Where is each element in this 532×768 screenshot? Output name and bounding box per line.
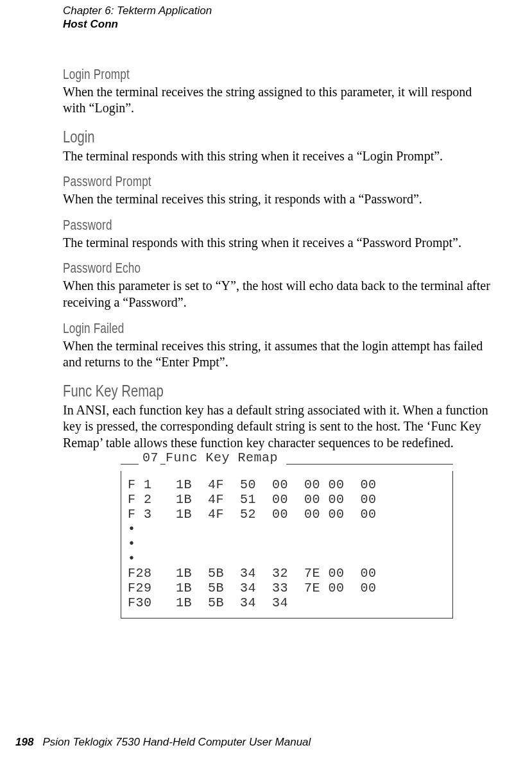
table-row: • <box>128 536 446 551</box>
heading-password-echo: Password Echo <box>63 260 401 277</box>
table-row: F 3 1B 4F 52 00 00 00 00 <box>128 507 446 522</box>
heading-login-failed: Login Failed <box>63 320 401 337</box>
table-row: F28 1B 5B 34 32 7E 00 00 <box>128 566 446 581</box>
page-footer: 198Psion Teklogix 7530 Hand-Held Compute… <box>0 736 532 749</box>
text-login-prompt: When the terminal receives the string as… <box>63 84 496 117</box>
heading-login: Login <box>63 127 401 147</box>
table-row: F 2 1B 4F 51 00 00 00 00 <box>128 492 446 507</box>
page-header: Chapter 6: Tekterm Application Host Conn <box>63 0 496 31</box>
codebox-title: Func Key Remap <box>164 450 280 465</box>
heading-func-key-remap: Func Key Remap <box>63 381 401 401</box>
table-row: F30 1B 5B 34 34 <box>128 595 446 610</box>
text-password-echo: When this parameter is set to “Y”, the h… <box>63 278 496 311</box>
section-title: Host Conn <box>63 17 496 31</box>
heading-password: Password <box>63 217 401 234</box>
chapter-title: Chapter 6: Tekterm Application <box>63 4 496 17</box>
text-login-failed: When the terminal receives this string, … <box>63 338 496 371</box>
footer-text: Psion Teklogix 7530 Hand-Held Computer U… <box>42 736 311 748</box>
page-number: 198 <box>15 736 33 748</box>
func-key-remap-box: 07 Func Key Remap F 1 1B 4F 50 00 00 00 … <box>121 458 453 619</box>
text-password: The terminal responds with this string w… <box>63 235 496 252</box>
table-row: • <box>128 551 446 566</box>
table-row: • <box>128 522 446 536</box>
text-password-prompt: When the terminal receives this string, … <box>63 191 496 208</box>
text-func-key-remap: In ANSI, each function key has a default… <box>63 402 496 452</box>
heading-login-prompt: Login Prompt <box>63 66 401 83</box>
page-content: Login Prompt When the terminal receives … <box>63 31 496 619</box>
heading-password-prompt: Password Prompt <box>63 173 401 190</box>
codebox-number: 07 <box>141 450 160 465</box>
text-login: The terminal responds with this string w… <box>63 148 496 165</box>
table-row: F29 1B 5B 34 33 7E 00 00 <box>128 581 446 595</box>
table-row: F 1 1B 4F 50 00 00 00 00 <box>128 477 446 492</box>
